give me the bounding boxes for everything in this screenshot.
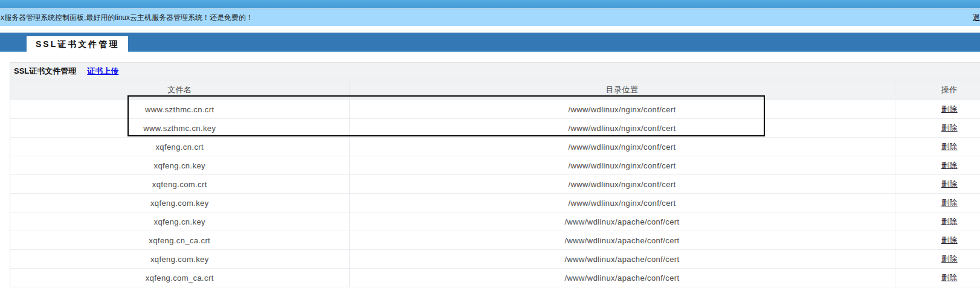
delete-link[interactable]: 删除 [941,254,958,263]
cell-filename: xqfeng.com.crt [10,175,349,194]
table-row: xqfeng.com.crt/www/wdlinux/nginx/conf/ce… [10,175,980,194]
cell-filename: www.szthmc.cn.key [10,119,349,138]
cell-path: /www/wdlinux/nginx/conf/cert [349,100,895,119]
cell-action: 删除 [895,269,980,287]
delete-link[interactable]: 删除 [941,235,958,244]
cell-action: 删除 [895,231,980,250]
cell-filename: xqfeng.com.key [10,194,349,212]
table-row: www.szthmc.cn.key/www/wdlinux/nginx/conf… [10,119,980,138]
cell-path: /www/wdlinux/nginx/conf/cert [349,194,895,212]
cell-path: /www/wdlinux/apache/conf/cert [349,250,895,269]
cell-action: 删除 [895,194,980,212]
heading-bar: SSL证书文件管理 证书上传 [10,63,980,80]
page-title: SSL证书文件管理 [14,66,76,77]
cert-upload-link[interactable]: 证书上传 [87,66,118,77]
cell-path: /www/wdlinux/nginx/conf/cert [349,156,895,175]
content-panel: SSL证书文件管理 证书上传 文件名 目录位置 操作 www.szthmc.cn… [10,62,980,287]
cell-action: 删除 [895,119,980,138]
delete-link[interactable]: 删除 [941,179,958,188]
table-row: xqfeng.cn_ca.crt/www/wdlinux/apache/conf… [10,231,980,250]
cell-action: 删除 [895,156,980,175]
cert-table: 文件名 目录位置 操作 www.szthmc.cn.crt/www/wdlinu… [10,80,980,287]
cell-path: /www/wdlinux/apache/conf/cert [349,231,895,250]
cell-action: 删除 [895,100,980,119]
page: { "topbar": { "announcement": "x服务器管理系统控… [0,0,980,297]
cell-action: 删除 [895,138,980,156]
cell-path: /www/wdlinux/nginx/conf/cert [349,119,895,138]
cell-filename: xqfeng.cn.key [10,156,349,175]
table-row: xqfeng.com.key/www/wdlinux/apache/conf/c… [10,250,980,269]
cell-path: /www/wdlinux/apache/conf/cert [349,212,895,231]
cell-path: /www/wdlinux/apache/conf/cert [349,269,895,287]
delete-link[interactable]: 删除 [941,273,958,282]
cell-action: 删除 [895,175,980,194]
column-header-path: 目录位置 [349,80,895,100]
table-row: xqfeng.com.key/www/wdlinux/nginx/conf/ce… [10,194,980,212]
cell-filename: xqfeng.cn.crt [10,138,349,156]
table-row: xqfeng.cn.key/www/wdlinux/nginx/conf/cer… [10,156,980,175]
cell-action: 删除 [895,212,980,231]
cell-path: /www/wdlinux/nginx/conf/cert [349,175,895,194]
tab-ssl-cert-management[interactable]: SSL证书文件管理 [27,36,128,52]
announcement-text: x服务器管理系统控制面板,最好用的linux云主机服务器管理系统！还是免费的！ [0,9,253,26]
delete-link[interactable]: 删除 [941,217,958,226]
table-row: www.szthmc.cn.crt/www/wdlinux/nginx/conf… [10,100,980,119]
delete-link[interactable]: 删除 [941,123,958,132]
top-blue-strip [0,0,980,8]
cell-filename: xqfeng.com_ca.crt [10,269,349,287]
cell-action: 删除 [895,250,980,269]
table-row: xqfeng.com_ca.crt/www/wdlinux/apache/con… [10,269,980,287]
table-row: xqfeng.cn.key/www/wdlinux/apache/conf/ce… [10,212,980,231]
table-header-row: 文件名 目录位置 操作 [10,80,980,100]
cell-filename: www.szthmc.cn.crt [10,100,349,119]
cell-filename: xqfeng.cn_ca.crt [10,231,349,250]
column-header-action: 操作 [895,80,980,100]
column-header-filename: 文件名 [10,80,349,100]
cell-path: /www/wdlinux/nginx/conf/cert [349,138,895,156]
delete-link[interactable]: 删除 [941,104,958,113]
delete-link[interactable]: 删除 [941,161,958,170]
logout-link[interactable]: 退出 [973,9,980,26]
cell-filename: xqfeng.com.key [10,250,349,269]
navbar: SSL证书文件管理 [0,33,980,52]
cell-filename: xqfeng.cn.key [10,212,349,231]
announcement-bar: x服务器管理系统控制面板,最好用的linux云主机服务器管理系统！还是免费的！ … [0,9,980,26]
cert-table-head: 文件名 目录位置 操作 [10,80,980,100]
table-row: xqfeng.cn.crt/www/wdlinux/nginx/conf/cer… [10,138,980,156]
delete-link[interactable]: 删除 [941,198,958,207]
cert-table-body: www.szthmc.cn.crt/www/wdlinux/nginx/conf… [10,100,980,287]
delete-link[interactable]: 删除 [941,142,958,151]
